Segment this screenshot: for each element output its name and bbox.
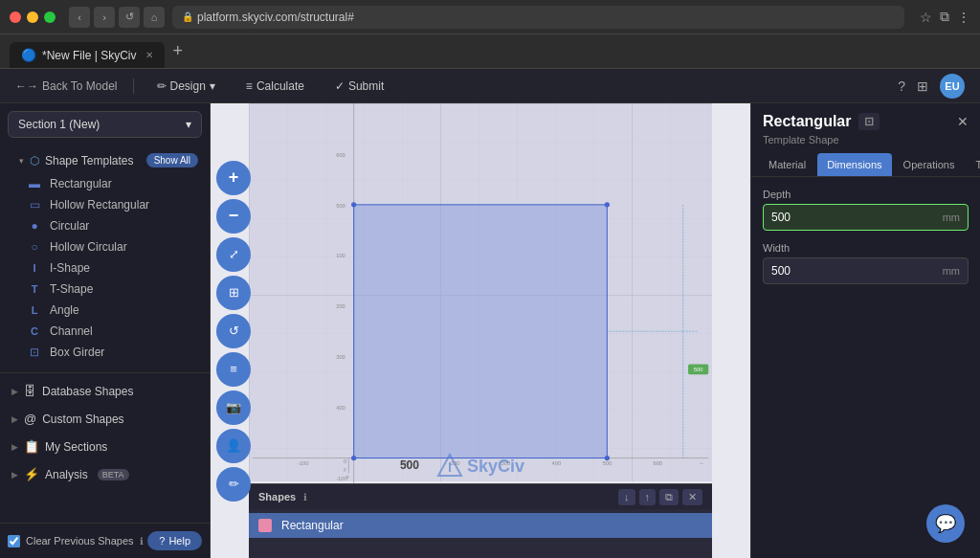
panel-body: Depth 500 mm Width 500 mm <box>751 177 980 296</box>
grid-btn[interactable]: ⊞ <box>216 276 251 310</box>
design-btn[interactable]: ✏ Design ▾ <box>149 76 223 97</box>
tab-close-btn[interactable]: ✕ <box>145 50 153 60</box>
clear-shapes-checkbox[interactable] <box>8 535 20 547</box>
panel-copy-btn[interactable]: ⧉ <box>659 489 679 505</box>
panel-delete-btn[interactable]: ✕ <box>682 489 702 505</box>
shape-item-channel[interactable]: C Channel <box>0 321 210 342</box>
canvas-area[interactable]: → 0 100 200 300 400 500 600 -100 100 200… <box>211 103 750 558</box>
tab-bar: 🔵 *New File | SkyCiv ✕ + <box>0 34 980 69</box>
tab-operations[interactable]: Operations <box>894 153 965 176</box>
panel-download-btn[interactable]: ↓ <box>618 489 635 505</box>
shape-item-label: Circular <box>50 219 89 233</box>
svg-text:→: → <box>699 459 704 466</box>
shape-item-label: Rectangular <box>50 177 112 190</box>
shape-item-rectangular[interactable]: ▬ Rectangular <box>0 173 210 194</box>
shape-item-hollow-rectangular[interactable]: ▭ Hollow Rectangular <box>0 194 210 215</box>
clear-shapes-option[interactable]: Clear Previous Shapes ℹ <box>8 535 144 547</box>
my-sections-section[interactable]: ▶ 📋 My Sections <box>0 433 210 460</box>
shape-table-row[interactable]: Rectangular <box>249 513 712 538</box>
section-chevron: ▾ <box>186 118 191 131</box>
shape-item-angle[interactable]: L Angle <box>0 300 210 321</box>
browser-nav: ‹ › ↺ ⌂ <box>69 7 165 28</box>
zoom-out-btn[interactable]: − <box>216 199 251 234</box>
panel-close-btn[interactable]: ✕ <box>957 114 969 129</box>
user-btn[interactable]: 👤 <box>216 429 251 463</box>
back-to-model-btn[interactable]: ←→ Back To Model <box>15 79 118 93</box>
extensions-icon[interactable]: ⧉ <box>940 9 949 25</box>
back-btn[interactable]: ‹ <box>69 7 90 28</box>
corner-handle-tr[interactable] <box>605 202 610 207</box>
refresh-btn[interactable]: ↺ <box>119 7 140 28</box>
shape-item-t-shape[interactable]: T T-Shape <box>0 279 210 300</box>
calculate-label: Calculate <box>256 79 304 93</box>
circular-icon: ● <box>27 219 42 233</box>
svg-text:0: 0 <box>344 458 346 464</box>
depth-field-group: Depth 500 mm <box>763 189 969 231</box>
hollow-circular-icon: ○ <box>27 240 42 254</box>
submit-label: Submit <box>348 79 384 93</box>
help-label: Help <box>168 535 190 547</box>
zoom-in-btn[interactable]: + <box>216 161 251 195</box>
custom-shapes-icon: @ <box>24 412 36 426</box>
shape-item-label: Angle <box>50 303 79 317</box>
help-button[interactable]: ? Help <box>147 531 202 550</box>
right-panel: Rectangular ⊡ ✕ Template Shape Material … <box>750 103 980 558</box>
forward-btn[interactable]: › <box>94 7 115 28</box>
calculate-btn[interactable]: ≡ Calculate <box>238 76 312 97</box>
section-name: Section 1 (New) <box>18 118 100 131</box>
shape-item-label: Box Girder <box>50 346 104 359</box>
tab-dimensions[interactable]: Dimensions <box>817 153 891 176</box>
active-tab[interactable]: 🔵 *New File | SkyCiv ✕ <box>10 42 165 68</box>
shape-item-box-girder[interactable]: ⊡ Box Girder <box>0 342 210 363</box>
shapes-panel-header: Shapes ℹ ↓ ↑ ⧉ ✕ <box>249 484 712 509</box>
rotate-btn[interactable]: ↺ <box>216 314 251 348</box>
camera-btn[interactable]: 📷 <box>216 391 251 425</box>
shape-item-hollow-circular[interactable]: ○ Hollow Circular <box>0 236 210 257</box>
fit-view-btn[interactable]: ⤢ <box>216 237 251 272</box>
svg-text:100: 100 <box>336 253 345 258</box>
tab-material[interactable]: Material <box>759 153 815 176</box>
corner-handle-bl[interactable] <box>351 456 356 460</box>
help-icon[interactable]: ? <box>898 78 905 94</box>
maximize-window-btn[interactable] <box>44 11 56 23</box>
shape-item-i-shape[interactable]: I I-Shape <box>0 257 210 279</box>
depth-input[interactable]: 500 mm <box>763 204 969 231</box>
tab-taper[interactable]: Taper <box>966 153 980 176</box>
clear-shapes-label: Clear Previous Shapes <box>26 535 134 547</box>
close-window-btn[interactable] <box>10 11 21 23</box>
pen-btn[interactable]: ✏ <box>216 467 251 502</box>
section-selector[interactable]: Section 1 (New) ▾ <box>8 111 202 138</box>
address-bar[interactable]: 🔒 platform.skyciv.com/structural# <box>172 6 904 29</box>
skyciv-logo-icon <box>436 453 463 480</box>
shape-item-label: Hollow Rectangular <box>50 198 149 212</box>
new-tab-btn[interactable]: + <box>165 41 190 61</box>
show-all-btn[interactable]: Show All <box>146 153 198 167</box>
custom-shapes-section[interactable]: ▶ @ Custom Shapes <box>0 405 210 433</box>
user-avatar[interactable]: EU <box>940 74 965 99</box>
analysis-label: Analysis <box>45 468 88 481</box>
corner-handle-tl[interactable] <box>351 202 356 207</box>
rectangular-shape[interactable] <box>354 205 608 458</box>
width-input[interactable]: 500 mm <box>763 257 969 284</box>
home-btn[interactable]: ⌂ <box>144 7 165 28</box>
minimize-window-btn[interactable] <box>27 11 38 23</box>
shapes-info-icon: ℹ <box>303 492 307 502</box>
submit-btn[interactable]: ✓ Submit <box>327 76 391 97</box>
panel-up-btn[interactable]: ↑ <box>639 489 657 505</box>
database-shapes-section[interactable]: ▶ 🗄 Database Shapes <box>0 377 210 405</box>
sidebar: Section 1 (New) ▾ ▾ ⬡ Shape Templates Sh… <box>0 103 211 558</box>
width-label: Width <box>763 242 969 254</box>
chat-button[interactable]: 💬 <box>926 504 965 543</box>
toolbar-separator <box>133 78 134 94</box>
lock-icon: 🔒 <box>182 11 193 22</box>
shape-templates-title-container[interactable]: ▾ ⬡ Shape Templates <box>19 154 134 167</box>
menu-icon[interactable]: ⋮ <box>957 10 970 25</box>
analysis-section[interactable]: ▶ ⚡ Analysis BETA <box>0 460 210 488</box>
shape-item-circular[interactable]: ● Circular <box>0 215 210 236</box>
apps-icon[interactable]: ⊞ <box>917 78 928 94</box>
bottom-dimension-label: 500 <box>400 458 419 472</box>
layers-btn[interactable]: ≡ <box>216 352 251 387</box>
corner-handle-br[interactable] <box>605 456 610 460</box>
channel-icon: C <box>27 325 42 337</box>
bookmark-icon[interactable]: ☆ <box>920 10 932 25</box>
